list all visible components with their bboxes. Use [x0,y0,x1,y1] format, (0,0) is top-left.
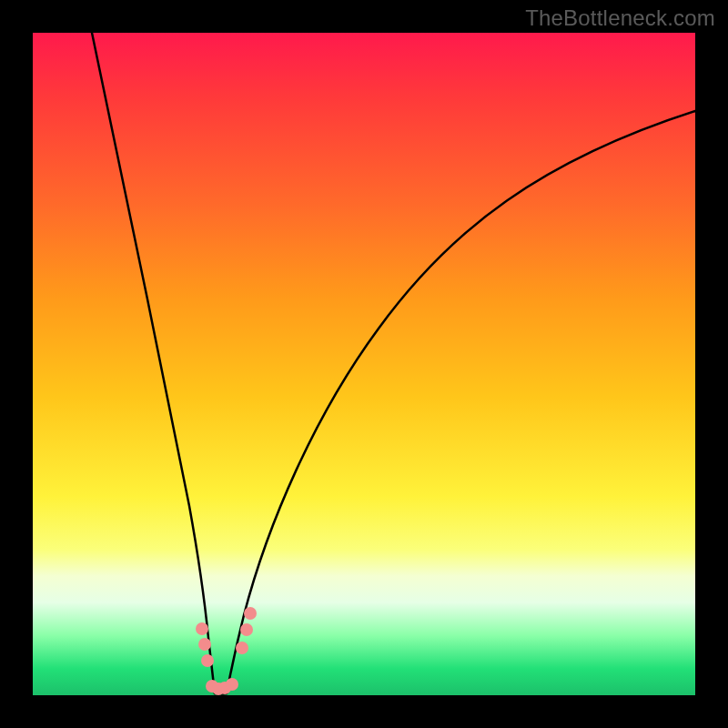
bottleneck-left-branch [92,33,215,693]
curve-marker [198,638,211,651]
bottleneck-right-branch [227,111,695,693]
chart-frame: TheBottleneck.com [0,0,728,728]
plot-area [33,33,695,695]
curve-marker [236,642,248,654]
curve-marker [226,678,238,691]
watermark-text: TheBottleneck.com [525,5,715,31]
curve-layer [33,33,695,695]
curve-marker [244,607,257,620]
curve-marker [196,622,208,635]
curve-marker [201,654,214,667]
curve-marker [240,623,253,636]
